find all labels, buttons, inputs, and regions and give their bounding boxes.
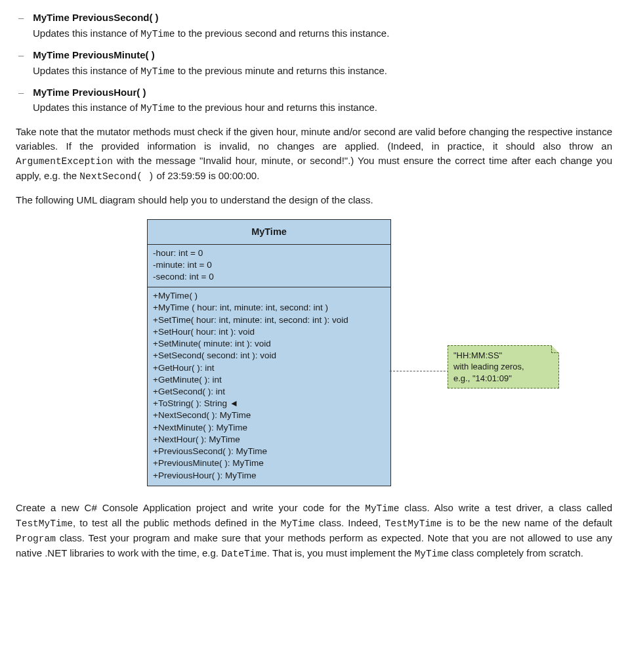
uml-operations-section: +MyTime( ) +MyTime ( hour: int, minute: … [148,287,390,486]
uml-diagram: MyTime -hour: int = 0 -minute: int = 0 -… [16,219,612,486]
uml-operation: +GetSecond( ): int [153,386,385,398]
uml-note: "HH:MM:SS" with leading zeros, e.g., "14… [448,345,559,389]
uml-operation: +GetMinute( ): int [153,374,385,386]
para-text: class. Also write a test driver, a class… [399,502,612,513]
note-dogear-border [551,346,558,353]
mutator-note-paragraph: Take note that the mutator methods must … [16,125,612,184]
para-text: . That is, you must implement the [267,547,415,558]
uml-operation: +PreviousHour( ): MyTime [153,470,385,482]
uml-operation: +SetSecond( second: int ): void [153,350,385,362]
para-mono: MyTime [280,518,314,529]
uml-operation: +GetHour( ): int [153,362,385,374]
para-mono: ArgumentException [16,156,113,167]
method-signature: MyTime PreviousHour( ) [33,87,146,98]
uml-operation: +SetTime( hour: int, minute: int, second… [153,314,385,326]
uml-attribute: -hour: int = 0 [153,247,385,259]
uml-operation: +NextMinute( ): MyTime [153,422,385,434]
uml-operation: +PreviousMinute( ): MyTime [153,457,385,469]
uml-operation: +MyTime( ) [153,290,385,302]
uml-operation: +PreviousSecond( ): MyTime [153,446,385,457]
para-mono: NextSecond( ) [79,171,154,182]
method-list: – MyTime PreviousSecond( ) Updates this … [16,10,612,116]
uml-operation: +NextHour( ): MyTime [153,434,385,446]
desc-text: to the previous hour and returns this in… [175,102,377,113]
para-text: is to be the new name of the default [442,517,612,528]
uml-note-connector [390,371,449,371]
note-line: with leading zeros, [453,361,553,373]
method-signature: MyTime PreviousSecond( ) [33,12,158,23]
uml-class-box: MyTime -hour: int = 0 -minute: int = 0 -… [147,219,391,486]
para-mono: MyTime [415,549,449,559]
uml-attribute: -minute: int = 0 [153,259,385,271]
method-item: – MyTime PreviousHour( ) Updates this in… [33,85,612,116]
bullet-dash-icon: – [18,10,30,25]
uml-operation: +SetHour( hour: int ): void [153,326,385,338]
note-line: e.g., "14:01:09" [453,373,553,385]
method-description: Updates this instance of MyTime to the p… [33,26,612,41]
method-description: Updates this instance of MyTime to the p… [33,64,612,79]
uml-operation: +MyTime ( hour: int, minute: int, second… [153,302,385,314]
desc-text: to the previous second and returns this … [175,28,389,39]
para-mono: Program [16,534,56,544]
para-text: class completely from scratch. [449,547,583,558]
para-mono: TestMyTime [385,518,442,529]
bullet-dash-icon: – [18,85,30,100]
para-text: Create a new C# Console Application proj… [16,502,365,513]
uml-intro-paragraph: The following UML diagram should help yo… [16,193,612,207]
para-mono: DateTime [221,549,267,559]
method-item: – MyTime PreviousMinute( ) Updates this … [33,48,612,79]
para-mono: TestMyTime [16,518,73,529]
para-text: Take note that the mutator methods must … [16,126,612,152]
para-text: , to test all the public methods defined… [73,517,280,528]
desc-mono: MyTime [140,103,175,114]
uml-attribute: -second: int = 0 [153,271,385,283]
desc-text: to the previous minute and returns this … [175,65,387,76]
uml-class-title: MyTime [148,220,390,245]
para-text: of 23:59:59 is 00:00:00. [154,170,259,181]
para-text: class. Indeed, [315,517,385,528]
desc-mono: MyTime [140,66,175,77]
uml-operation: +SetMinute( minute: int ): void [153,338,385,350]
desc-text: Updates this instance of [33,102,140,113]
desc-text: Updates this instance of [33,28,140,39]
uml-operation: +ToString( ): String ◄ [153,398,385,410]
desc-mono: MyTime [140,29,175,39]
bullet-dash-icon: – [18,48,30,62]
task-paragraph: Create a new C# Console Application proj… [16,501,612,561]
note-line: "HH:MM:SS" [453,350,553,362]
para-mono: MyTime [365,503,399,514]
uml-operation: +NextSecond( ): MyTime [153,410,385,421]
method-item: – MyTime PreviousSecond( ) Updates this … [33,10,612,41]
method-description: Updates this instance of MyTime to the p… [33,100,612,116]
uml-attributes-section: -hour: int = 0 -minute: int = 0 -second:… [148,245,390,288]
method-signature: MyTime PreviousMinute( ) [33,49,155,60]
desc-text: Updates this instance of [33,65,140,76]
